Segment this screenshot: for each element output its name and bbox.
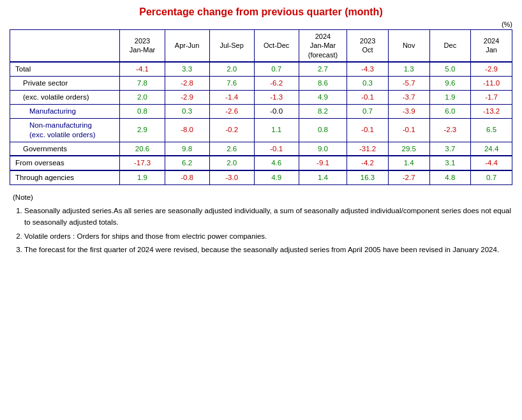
cell-value: -2.9 xyxy=(165,90,209,104)
main-table: 2023Jan-Mar Apr-Jun Jul-Sep Oct-Dec 2024… xyxy=(10,29,512,185)
cell-value: -0.0 xyxy=(254,104,299,118)
cell-value: -0.1 xyxy=(347,90,389,104)
row-label: From overseas xyxy=(10,156,120,170)
note-item: The forecast for the first quarter of 20… xyxy=(24,244,512,255)
cell-value: 0.3 xyxy=(347,76,389,90)
row-label: Through agencies xyxy=(10,170,120,184)
cell-value: 4.6 xyxy=(254,156,299,170)
cell-value: -4.4 xyxy=(471,156,512,170)
table-row: Manufacturing0.80.3-2.6-0.08.20.7-3.96.0… xyxy=(10,104,512,118)
cell-value: 3.3 xyxy=(165,62,209,76)
cell-value: 2.7 xyxy=(299,62,347,76)
cell-value: -0.1 xyxy=(254,142,299,156)
cell-value: 1.1 xyxy=(254,118,299,142)
cell-value: 1.9 xyxy=(120,170,165,184)
cell-value: 0.7 xyxy=(471,170,512,184)
table-row: Total-4.13.32.00.72.7-4.31.35.0-2.9 xyxy=(10,62,512,76)
cell-value: -0.2 xyxy=(209,118,254,142)
row-label: Manufacturing xyxy=(10,104,120,118)
cell-value: 9.0 xyxy=(299,142,347,156)
notes-list: Seasonally adjusted series.As all series… xyxy=(13,205,512,256)
row-label: Private sector xyxy=(10,76,120,90)
notes-title: (Note) xyxy=(13,191,512,203)
cell-value: -2.7 xyxy=(388,170,429,184)
cell-value: -11.0 xyxy=(471,76,512,90)
cell-value: -3.7 xyxy=(388,90,429,104)
cell-value: 6.0 xyxy=(429,104,471,118)
cell-value: -0.1 xyxy=(388,118,429,142)
cell-value: 2.0 xyxy=(120,90,165,104)
cell-value: 9.8 xyxy=(165,142,209,156)
cell-value: 2.6 xyxy=(209,142,254,156)
cell-value: 8.2 xyxy=(299,104,347,118)
col-header-q2-2023: Apr-Jun xyxy=(165,30,209,62)
cell-value: 9.6 xyxy=(429,76,471,90)
cell-value: 3.7 xyxy=(429,142,471,156)
cell-value: 29.5 xyxy=(388,142,429,156)
cell-value: -31.2 xyxy=(347,142,389,156)
table-row: From overseas-17.36.22.04.6-9.1-4.21.43.… xyxy=(10,156,512,170)
table-row: Governments20.69.82.6-0.19.0-31.229.53.7… xyxy=(10,142,512,156)
cell-value: -1.4 xyxy=(209,90,254,104)
cell-value: 0.7 xyxy=(254,62,299,76)
col-header-q1-2024: 2024Jan-Mar(forecast) xyxy=(299,30,347,62)
cell-value: 4.8 xyxy=(429,170,471,184)
cell-value: 7.8 xyxy=(120,76,165,90)
cell-value: 4.9 xyxy=(254,170,299,184)
cell-value: -2.6 xyxy=(209,104,254,118)
cell-value: -3.0 xyxy=(209,170,254,184)
cell-value: 20.6 xyxy=(120,142,165,156)
cell-value: 1.4 xyxy=(388,156,429,170)
cell-value: -4.3 xyxy=(347,62,389,76)
row-label: (exc. volatile orders) xyxy=(10,90,120,104)
cell-value: 2.0 xyxy=(209,156,254,170)
row-label: Non-manufacturing(exc. volatile orders) xyxy=(10,118,120,142)
table-row: Private sector7.8-2.87.6-6.28.60.3-5.79.… xyxy=(10,76,512,90)
row-label: Total xyxy=(10,62,120,76)
cell-value: -5.7 xyxy=(388,76,429,90)
percent-label: (%) xyxy=(10,20,512,28)
note-item: Seasonally adjusted series.As all series… xyxy=(24,205,512,229)
cell-value: 8.6 xyxy=(299,76,347,90)
cell-value: 24.4 xyxy=(471,142,512,156)
cell-value: -1.3 xyxy=(254,90,299,104)
cell-value: 0.8 xyxy=(299,118,347,142)
note-item: Volatile orders : Orders for ships and t… xyxy=(24,230,512,242)
cell-value: -1.7 xyxy=(471,90,512,104)
cell-value: -0.8 xyxy=(165,170,209,184)
cell-value: -2.3 xyxy=(429,118,471,142)
cell-value: 16.3 xyxy=(347,170,389,184)
cell-value: 3.1 xyxy=(429,156,471,170)
cell-value: 1.4 xyxy=(299,170,347,184)
col-header-q3-2023: Jul-Sep xyxy=(209,30,254,62)
cell-value: -2.8 xyxy=(165,76,209,90)
cell-value: -8.0 xyxy=(165,118,209,142)
cell-value: 0.3 xyxy=(165,104,209,118)
cell-value: -2.9 xyxy=(471,62,512,76)
cell-value: -0.1 xyxy=(347,118,389,142)
col-header-dec: Dec xyxy=(429,30,471,62)
cell-value: -9.1 xyxy=(299,156,347,170)
table-row: (exc. volatile orders)2.0-2.9-1.4-1.34.9… xyxy=(10,90,512,104)
cell-value: 0.8 xyxy=(120,104,165,118)
cell-value: 4.9 xyxy=(299,90,347,104)
table-row: Through agencies1.9-0.8-3.04.91.416.3-2.… xyxy=(10,170,512,184)
col-header-q1-2023: 2023Jan-Mar xyxy=(120,30,165,62)
col-header-jan-2024: 2024Jan xyxy=(471,30,512,62)
cell-value: -3.9 xyxy=(388,104,429,118)
cell-value: 2.0 xyxy=(209,62,254,76)
cell-value: -17.3 xyxy=(120,156,165,170)
cell-value: 6.5 xyxy=(471,118,512,142)
cell-value: 5.0 xyxy=(429,62,471,76)
cell-value: 0.7 xyxy=(347,104,389,118)
cell-value: -4.2 xyxy=(347,156,389,170)
row-label: Governments xyxy=(10,142,120,156)
cell-value: -13.2 xyxy=(471,104,512,118)
page-title: Percentage change from previous quarter … xyxy=(10,6,512,18)
cell-value: -4.1 xyxy=(120,62,165,76)
cell-value: 1.3 xyxy=(388,62,429,76)
cell-value: 1.9 xyxy=(429,90,471,104)
cell-value: -6.2 xyxy=(254,76,299,90)
table-row: Non-manufacturing(exc. volatile orders)2… xyxy=(10,118,512,142)
col-header-label xyxy=(10,30,120,62)
